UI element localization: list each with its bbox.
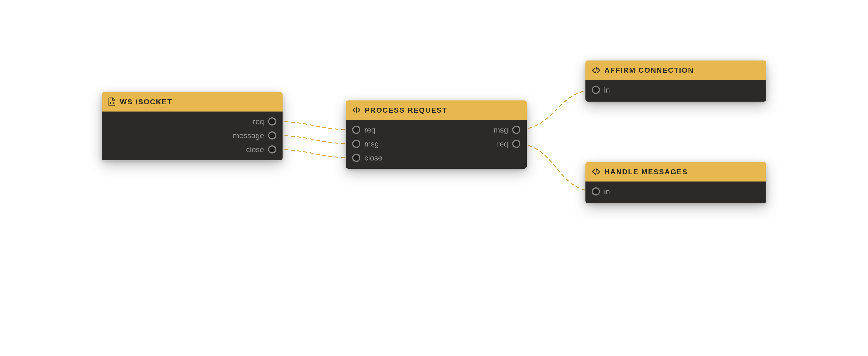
input-port-in[interactable]: in — [592, 86, 610, 94]
output-port-close[interactable]: close — [246, 145, 276, 153]
node-title: HANDLE MESSAGES — [604, 168, 688, 176]
node-header[interactable]: AFFIRM CONNECTION — [585, 61, 766, 80]
port-socket-icon[interactable] — [268, 117, 276, 126]
node-header[interactable]: WS /SOCKET — [102, 92, 283, 111]
connection-wire[interactable] — [272, 149, 356, 158]
connection-wire[interactable] — [272, 136, 356, 144]
port-label: req — [497, 140, 508, 148]
output-port-message[interactable]: message — [233, 131, 276, 140]
node-graph-canvas[interactable]: WS /SOCKETreqmessageclosePROCESS REQUEST… — [0, 0, 868, 356]
node-handle_messages[interactable]: HANDLE MESSAGESin — [585, 162, 766, 203]
node-body: in — [585, 80, 766, 102]
port-label: close — [364, 154, 382, 162]
port-socket-icon[interactable] — [352, 126, 360, 134]
input-port-close[interactable]: close — [352, 154, 382, 162]
connection-wire[interactable] — [516, 144, 596, 191]
port-socket-icon[interactable] — [352, 140, 360, 148]
port-label: msg — [364, 140, 379, 148]
port-label: message — [233, 132, 264, 139]
file-code-icon — [108, 98, 116, 106]
code-icon — [592, 168, 600, 175]
port-label: msg — [494, 126, 508, 134]
code-icon — [592, 67, 600, 74]
port-socket-icon[interactable] — [592, 187, 600, 195]
node-body: reqmessageclose — [102, 111, 283, 160]
node-body: in — [585, 181, 766, 203]
input-port-in[interactable]: in — [592, 187, 610, 195]
output-port-req[interactable]: req — [497, 140, 520, 148]
node-body: reqmsgclosemsgreq — [346, 120, 527, 169]
input-port-req[interactable]: req — [352, 126, 375, 134]
port-label: close — [246, 146, 264, 153]
code-icon — [352, 107, 361, 113]
output-port-msg[interactable]: msg — [494, 126, 520, 134]
connection-wire[interactable] — [516, 90, 596, 130]
node-title: AFFIRM CONNECTION — [604, 66, 694, 74]
port-socket-icon[interactable] — [592, 86, 600, 94]
port-socket-icon[interactable] — [512, 126, 520, 134]
node-affirm_connection[interactable]: AFFIRM CONNECTIONin — [585, 61, 766, 102]
input-port-msg[interactable]: msg — [352, 140, 379, 148]
node-ws_socket[interactable]: WS /SOCKETreqmessageclose — [102, 92, 283, 160]
port-label: in — [604, 188, 610, 195]
port-socket-icon[interactable] — [352, 154, 360, 162]
connection-wire[interactable] — [272, 121, 356, 130]
port-label: req — [253, 118, 264, 125]
node-process_request[interactable]: PROCESS REQUESTreqmsgclosemsgreq — [346, 101, 527, 169]
svg-line-0 — [356, 107, 357, 113]
node-header[interactable]: PROCESS REQUEST — [346, 101, 527, 120]
node-title: PROCESS REQUEST — [365, 106, 447, 114]
node-title: WS /SOCKET — [120, 98, 173, 106]
port-socket-icon[interactable] — [268, 131, 276, 140]
port-label: in — [604, 86, 610, 94]
svg-line-2 — [596, 169, 596, 175]
port-socket-icon[interactable] — [512, 140, 520, 148]
port-socket-icon[interactable] — [268, 145, 276, 153]
node-header[interactable]: HANDLE MESSAGES — [585, 162, 766, 181]
output-port-req[interactable]: req — [253, 117, 276, 126]
svg-line-1 — [596, 67, 596, 73]
port-label: req — [364, 126, 375, 134]
